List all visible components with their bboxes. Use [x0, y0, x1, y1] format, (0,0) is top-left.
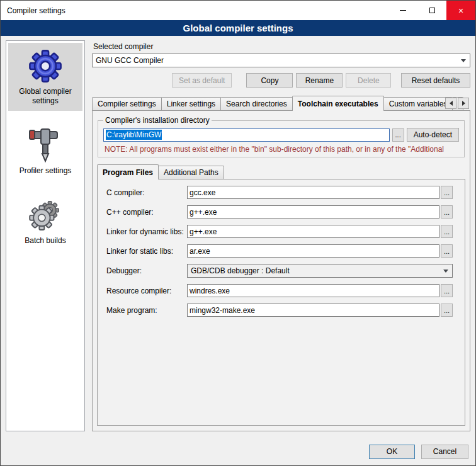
resource-compiler-browse-button[interactable]: ...	[441, 284, 453, 297]
compiler-settings-window: Compiler settings × Global compiler sett…	[0, 0, 476, 466]
toolchain-executables-panel: Compiler's installation directory C:\ray…	[92, 110, 470, 431]
tab-compiler-settings[interactable]: Compiler settings	[92, 97, 162, 110]
settings-category-sidebar: Global compiler settings Profiler se	[6, 40, 85, 431]
c-compiler-value: gcc.exe	[190, 188, 215, 197]
sidebar-item-global-compiler-settings[interactable]: Global compiler settings	[8, 43, 82, 111]
reset-defaults-button[interactable]: Reset defaults	[401, 73, 470, 88]
make-program-label: Make program:	[106, 306, 187, 315]
field-row-make-program: Make program: mingw32-make.exe ...	[106, 304, 453, 317]
c-compiler-browse-button[interactable]: ...	[441, 186, 453, 199]
chevron-down-icon	[443, 270, 448, 273]
minimize-icon	[400, 10, 406, 11]
close-icon: ×	[458, 6, 463, 16]
installation-directory-input[interactable]: C:\raylib\MinGW	[103, 128, 390, 142]
program-files-panel: C compiler: gcc.exe ... C++ compiler: g+…	[97, 179, 465, 426]
tab-custom-variables[interactable]: Custom variables	[383, 97, 453, 110]
field-row-resource-compiler: Resource compiler: windres.exe ...	[106, 284, 453, 297]
auto-detect-button[interactable]: Auto-detect	[407, 128, 459, 142]
compiler-action-buttons: Set as default Copy Rename Delete Reset …	[92, 73, 470, 88]
linker-dynamic-label: Linker for dynamic libs:	[106, 227, 187, 236]
dialog-footer: OK Cancel	[1, 438, 475, 465]
make-program-browse-button[interactable]: ...	[441, 304, 453, 317]
delete-button[interactable]: Delete	[346, 73, 391, 88]
cpp-compiler-label: C++ compiler:	[106, 208, 187, 217]
linker-static-browse-button[interactable]: ...	[441, 244, 453, 258]
field-row-cpp-compiler: C++ compiler: g++.exe ...	[106, 205, 453, 219]
installation-directory-value: C:\raylib\MinGW	[106, 130, 162, 140]
selected-compiler-dropdown[interactable]: GNU GCC Compiler	[92, 54, 470, 67]
tab-search-directories[interactable]: Search directories	[220, 97, 293, 110]
tab-scroll-right-button[interactable]	[458, 98, 469, 109]
tab-scroll-left-button[interactable]	[445, 98, 456, 109]
linker-static-value: ar.exe	[190, 247, 210, 256]
c-compiler-label: C compiler:	[106, 188, 187, 197]
cpp-compiler-input[interactable]: g++.exe	[187, 205, 439, 219]
tab-additional-paths[interactable]: Additional Paths	[158, 166, 224, 179]
installation-directory-group-title: Compiler's installation directory	[103, 116, 212, 125]
debugger-label: Debugger:	[106, 266, 187, 275]
cpp-compiler-browse-button[interactable]: ...	[441, 205, 453, 219]
make-program-input[interactable]: mingw32-make.exe	[187, 304, 439, 317]
rename-button[interactable]: Rename	[296, 73, 343, 88]
debugger-value: GDB/CDB debugger : Default	[191, 266, 290, 275]
batch-builds-icon	[9, 196, 81, 233]
installation-directory-note: NOTE: All programs must exist either in …	[105, 145, 459, 154]
linker-static-input[interactable]: ar.exe	[187, 244, 439, 258]
dialog-body: Global compiler settings Profiler se	[1, 36, 475, 438]
minimize-button[interactable]	[388, 1, 417, 20]
sidebar-item-label: Profiler settings	[9, 166, 81, 176]
sidebar-item-batch-builds[interactable]: Batch builds	[8, 191, 82, 251]
c-compiler-input[interactable]: gcc.exe	[187, 186, 439, 199]
cpp-compiler-value: g++.exe	[190, 208, 217, 217]
window-controls: ×	[388, 1, 475, 20]
linker-static-label: Linker for static libs:	[106, 247, 187, 256]
make-program-value: mingw32-make.exe	[190, 306, 255, 315]
debugger-dropdown[interactable]: GDB/CDB debugger : Default	[187, 264, 453, 278]
field-row-debugger: Debugger: GDB/CDB debugger : Default	[106, 264, 453, 278]
installation-directory-row: C:\raylib\MinGW ... Auto-detect	[103, 128, 459, 142]
tab-program-files[interactable]: Program Files	[97, 164, 159, 179]
sidebar-item-profiler-settings[interactable]: Profiler settings	[8, 121, 82, 181]
tab-linker-settings[interactable]: Linker settings	[161, 97, 221, 110]
field-row-linker-dynamic: Linker for dynamic libs: g++.exe ...	[106, 225, 453, 238]
cancel-button[interactable]: Cancel	[421, 445, 468, 459]
field-row-linker-static: Linker for static libs: ar.exe ...	[106, 244, 453, 258]
settings-tab-strip: Compiler settings Linker settings Search…	[92, 96, 470, 110]
selected-compiler-value: GNU GCC Compiler	[96, 56, 164, 65]
tab-toolchain-executables[interactable]: Toolchain executables	[292, 96, 384, 111]
sidebar-item-label: Batch builds	[9, 236, 81, 246]
resource-compiler-input[interactable]: windres.exe	[187, 284, 439, 297]
sidebar-item-label: Global compiler settings	[9, 87, 81, 106]
installation-directory-group: Compiler's installation directory C:\ray…	[98, 116, 465, 157]
maximize-button[interactable]	[417, 1, 446, 20]
copy-button[interactable]: Copy	[246, 73, 293, 88]
window-title: Compiler settings	[1, 6, 65, 15]
gear-icon	[9, 48, 81, 84]
installation-directory-browse-button[interactable]: ...	[392, 128, 404, 142]
dialog-banner-title: Global compiler settings	[1, 20, 475, 36]
linker-dynamic-input[interactable]: g++.exe	[187, 225, 439, 238]
title-bar[interactable]: Compiler settings ×	[1, 1, 475, 20]
profiler-icon	[9, 127, 81, 163]
maximize-icon	[429, 8, 435, 13]
main-panel: Selected compiler GNU GCC Compiler Set a…	[92, 40, 470, 431]
chevron-down-icon	[461, 59, 466, 62]
selected-compiler-label: Selected compiler	[93, 42, 470, 51]
chevron-right-icon	[462, 101, 465, 106]
resource-compiler-value: windres.exe	[190, 287, 230, 295]
ok-button[interactable]: OK	[369, 445, 415, 459]
linker-dynamic-browse-button[interactable]: ...	[441, 225, 453, 238]
field-row-c-compiler: C compiler: gcc.exe ...	[106, 186, 453, 199]
set-as-default-button[interactable]: Set as default	[172, 73, 232, 88]
tab-scroll-arrows	[445, 98, 469, 109]
resource-compiler-label: Resource compiler:	[106, 287, 187, 295]
linker-dynamic-value: g++.exe	[190, 227, 217, 236]
chevron-left-icon	[450, 101, 453, 106]
close-button[interactable]: ×	[446, 1, 475, 20]
program-files-tab-strip: Program Files Additional Paths	[97, 164, 465, 179]
